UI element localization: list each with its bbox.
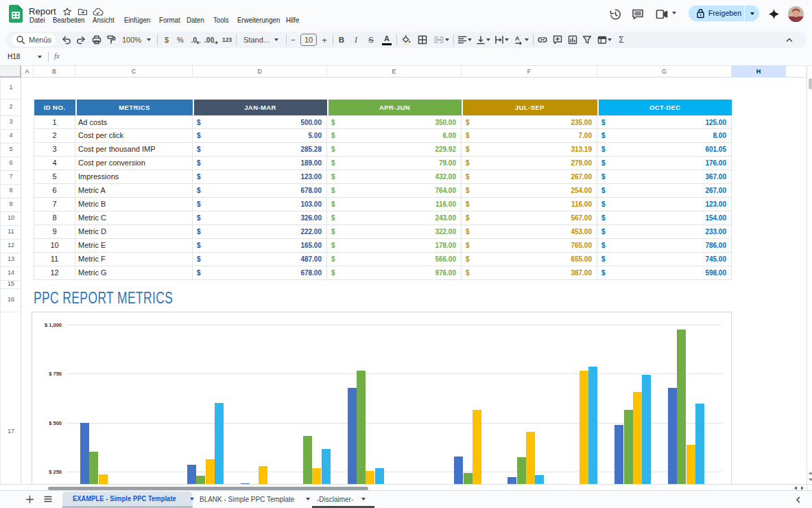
text-rotation-icon-caret[interactable] — [525, 38, 529, 41]
spreadsheet-grid[interactable]: 1234567891011121314151617 ID NO.METRICSJ… — [0, 78, 807, 484]
increase-decimal-button[interactable]: .00 — [202, 32, 216, 48]
cell-metric[interactable]: Metric A — [75, 184, 193, 197]
cell-metric[interactable]: Cost per click — [75, 129, 193, 142]
cell-value[interactable]: $243.00 — [327, 211, 462, 224]
row-header-17[interactable]: 17 — [1, 428, 21, 435]
cell-value[interactable]: $976.00 — [327, 266, 462, 279]
more-formats-button[interactable]: 123 — [220, 32, 234, 48]
cell-value[interactable]: $765.00 — [462, 239, 597, 252]
cell-value[interactable]: $367.00 — [597, 170, 732, 183]
sheet-tab-active[interactable]: EXAMPLE - Simple PPC Template — [62, 492, 193, 506]
merge-cells-icon-caret[interactable] — [445, 38, 449, 41]
cell-value[interactable]: $745.00 — [597, 253, 732, 266]
cell-metric[interactable]: Metric D — [75, 225, 193, 238]
cell-value[interactable]: $123.00 — [193, 170, 327, 183]
cell-value[interactable]: $764.00 — [327, 184, 462, 197]
row-header-8[interactable]: 8 — [1, 187, 21, 194]
redo-icon[interactable] — [75, 34, 86, 45]
column-header-A[interactable]: A — [21, 66, 34, 78]
vertical-align-icon-caret[interactable] — [486, 38, 490, 41]
cell-id[interactable]: 7 — [34, 198, 75, 211]
avatar[interactable] — [788, 6, 804, 22]
column-header-H[interactable]: H — [732, 66, 786, 78]
scroll-up-icon[interactable] — [809, 472, 812, 474]
cell-value[interactable]: $322.00 — [327, 225, 462, 238]
horizontal-align-icon[interactable] — [457, 34, 468, 45]
cell-value[interactable]: $125.00 — [597, 116, 732, 128]
menu-tools[interactable]: Tools — [213, 15, 229, 25]
row-header-16[interactable]: 16 — [1, 296, 21, 303]
cell-metric[interactable]: Cost per thousand IMP — [75, 143, 193, 156]
cell-metric[interactable]: Cost per conversion — [75, 157, 193, 170]
functions-button[interactable]: Σ — [616, 32, 627, 48]
cell-value[interactable]: $222.00 — [193, 225, 327, 238]
cell-metric[interactable]: Impressions — [75, 170, 193, 183]
cell-value[interactable]: $233.00 — [597, 225, 732, 238]
search-menus-button[interactable]: Menüs — [11, 33, 56, 47]
strikethrough-button[interactable]: S — [366, 32, 377, 48]
cell-id[interactable]: 3 — [34, 143, 75, 156]
decrease-decimal-button[interactable]: .0 — [188, 32, 200, 48]
cell-metric[interactable]: Metric B — [75, 198, 193, 211]
text-rotation-icon[interactable]: A — [514, 34, 525, 45]
menu-format[interactable]: Format — [159, 15, 180, 25]
tab-caret-icon[interactable] — [361, 498, 366, 500]
cell-value[interactable]: $123.00 — [597, 198, 732, 211]
tabbar-scroll-thumb[interactable] — [312, 506, 374, 508]
column-header-B[interactable]: B — [34, 66, 75, 78]
cell-value[interactable]: $7.00 — [462, 129, 597, 142]
text-wrap-icon-caret[interactable] — [505, 38, 509, 41]
cell-value[interactable]: $655.00 — [462, 253, 597, 266]
row-header-13[interactable]: 13 — [1, 255, 21, 262]
horizontal-scrollbar[interactable] — [0, 484, 812, 491]
cell-value[interactable]: $79.00 — [327, 157, 462, 170]
zoom-control[interactable]: 100% — [120, 32, 143, 48]
cell-value[interactable]: $387.00 — [462, 266, 597, 279]
undo-icon[interactable] — [61, 34, 72, 45]
cell-value[interactable]: $267.00 — [462, 170, 597, 183]
row-header-10[interactable]: 10 — [1, 214, 21, 221]
cell-value[interactable]: $279.00 — [462, 157, 597, 170]
row-header-12[interactable]: 12 — [1, 242, 21, 249]
bold-button[interactable]: B — [336, 32, 347, 48]
font-family-selector[interactable]: Stand... — [243, 32, 270, 48]
menu-datei[interactable]: Datei — [29, 15, 45, 25]
row-header-4[interactable]: 4 — [1, 132, 21, 139]
name-box-caret-icon[interactable] — [38, 56, 42, 58]
cell-value[interactable]: $678.00 — [193, 266, 327, 279]
row-header-9[interactable]: 9 — [1, 200, 21, 207]
cell-value[interactable]: $8.00 — [597, 129, 732, 142]
cell-value[interactable]: $103.00 — [193, 198, 327, 211]
tab-caret-icon[interactable] — [190, 498, 194, 500]
video-call-icon[interactable] — [655, 8, 670, 21]
tab-caret-icon[interactable] — [306, 498, 310, 500]
row-header-2[interactable]: 2 — [1, 103, 21, 110]
fill-color-icon[interactable] — [401, 34, 411, 45]
font-size-input[interactable]: 10 — [300, 34, 317, 46]
cell-value[interactable]: $350.00 — [327, 116, 462, 128]
cell-id[interactable]: 5 — [34, 170, 75, 183]
select-all-corner[interactable] — [0, 66, 21, 78]
cell-id[interactable]: 11 — [34, 253, 75, 266]
sheet-tab[interactable]: BLANK - Simple PPC Template — [200, 492, 310, 506]
text-color-button[interactable]: A — [382, 34, 392, 45]
cell-value[interactable]: $176.00 — [597, 157, 732, 170]
cell-id[interactable]: 1 — [34, 116, 75, 128]
cell-value[interactable]: $453.00 — [462, 225, 597, 238]
print-icon[interactable] — [91, 34, 102, 45]
version-history-icon[interactable] — [608, 8, 622, 21]
merge-cells-icon[interactable] — [433, 34, 444, 45]
cell-id[interactable]: 9 — [34, 225, 75, 238]
menu-bearbeiten[interactable]: Bearbeiten — [53, 15, 85, 25]
cell-value[interactable]: $313.19 — [462, 143, 597, 156]
all-sheets-icon[interactable] — [43, 494, 53, 505]
cell-value[interactable]: $598.00 — [597, 266, 732, 279]
row-header-3[interactable]: 3 — [1, 118, 21, 125]
cell-value[interactable]: $432.00 — [327, 170, 462, 183]
menu-ansicht[interactable]: Ansicht — [93, 15, 115, 25]
insert-chart-icon[interactable] — [567, 34, 578, 45]
cell-value[interactable]: $567.00 — [462, 211, 597, 224]
cell-value[interactable]: $229.92 — [327, 143, 462, 156]
cell-value[interactable]: $601.05 — [597, 143, 732, 156]
column-header-E[interactable]: E — [327, 66, 462, 78]
